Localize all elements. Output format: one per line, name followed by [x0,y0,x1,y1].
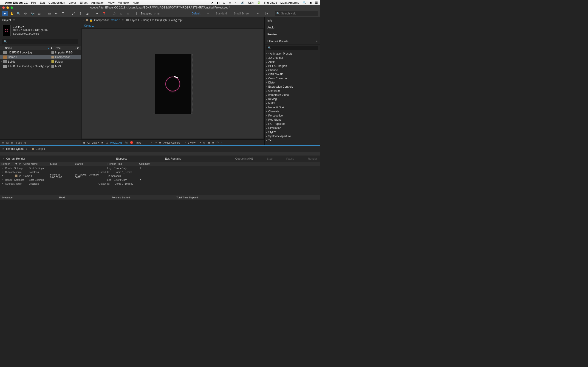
expand-icon[interactable]: ▸ [0,183,5,185]
effects-category[interactable]: ▸Generate [265,89,320,93]
battery-icon[interactable]: 🔋 [257,1,260,4]
effects-category[interactable]: ▸Stylize [265,130,320,134]
close-icon[interactable]: × [2,147,4,150]
effects-category[interactable]: ▸Channel [265,68,320,72]
camera-tool[interactable]: 📷 [29,11,35,16]
app-icon[interactable]: ◧ [217,1,220,4]
bpc-button[interactable]: 8 bpc [16,141,22,144]
menu-view[interactable]: View [108,1,115,4]
view-opt-2-icon[interactable]: ▦ [208,141,210,144]
close-window-button[interactable] [2,6,5,9]
comp-name[interactable]: Comp 1 ▾ [13,25,48,28]
effects-category[interactable]: ▸Blur & Sharpen [265,64,320,68]
col-type[interactable]: Type [55,47,76,49]
effects-category[interactable]: ▸Red Giant [265,118,320,122]
clock-icon[interactable]: ⊙ [223,1,225,4]
shape-tool-b[interactable]: ◇ [118,11,124,16]
effects-category[interactable]: ▸Immersive Video [265,93,320,97]
camera-dropdown[interactable]: Active Camera▾ [164,141,186,144]
location-icon[interactable]: ➤ [211,1,214,4]
effects-presets-panel[interactable]: Effects & Presets ≡ [265,38,320,45]
snap-opt-icon[interactable]: ⤢ [154,12,156,15]
rectangle-tool[interactable]: ▭ [46,11,52,16]
effects-search-input[interactable]: 🔍 [267,46,318,50]
brush-tool[interactable]: 🖌 [70,11,76,16]
output-module-link[interactable]: Lossless [29,171,39,173]
expand-icon[interactable]: ▾ [0,175,5,177]
roi-icon[interactable]: ▭ [155,141,157,144]
airplay-icon[interactable]: ▭ [229,1,231,4]
snap-grid-icon[interactable]: ⊞ [157,12,160,15]
effects-category[interactable]: ▸Perspective [265,114,320,118]
workspace-menu-icon[interactable]: ≡ [207,12,209,15]
view-opt-3-icon[interactable]: ⊞ [212,141,214,144]
views-dropdown[interactable]: 1 View▾ [188,141,201,144]
battery-text[interactable]: 72% [248,1,254,4]
menu-composition[interactable]: Composition [48,1,65,4]
output-file-link[interactable]: Comp 1_9.mov [115,171,132,173]
close-icon[interactable]: × [83,19,84,22]
grid-icon[interactable]: ⊞ [101,141,103,144]
project-item[interactable]: ▸SolidsFolder [0,59,81,64]
channel-icon[interactable]: 🔴 [130,141,133,144]
selection-tool[interactable]: ➤ [2,11,8,16]
rq-item[interactable]: ▾ 2 Comp 1 Failed at 0:00:00:00 14/12/20… [0,174,320,178]
volume-icon[interactable]: 🔊 [241,1,244,4]
effects-category[interactable]: ▸Color Correction [265,76,320,81]
project-item[interactable]: T.I.- B...Em Out (High Quality).mp3MP3 [0,64,81,69]
menu-help[interactable]: Help [132,1,139,4]
view-opt-4-icon[interactable]: ⟳ [216,141,219,144]
timeline-tab[interactable]: Comp 1 [32,147,45,150]
effects-category[interactable]: ▸Obsolete [265,109,320,114]
orbit-tool[interactable]: ⟳ [23,11,28,16]
effects-category[interactable]: ▸Expression Controls [265,85,320,89]
effects-category[interactable]: ▸Audio [265,60,320,64]
menu-edit[interactable]: Edit [40,1,45,4]
output-file-link[interactable]: Comp 1_10.mov [115,182,133,185]
effects-category[interactable]: ▸Simulation [265,126,320,130]
composition-canvas[interactable] [155,54,191,114]
trash-icon[interactable]: 🗑 [24,141,27,144]
snapping-checkbox[interactable] [137,12,139,15]
lock-icon[interactable]: 🔒 [89,19,93,22]
output-module-link[interactable]: Lossless [29,182,39,185]
zoom-dropdown[interactable]: 25%▾ [92,141,99,144]
guides-icon[interactable]: ◫ [106,141,108,144]
siri-icon[interactable]: ◉ [309,1,312,4]
clock-text[interactable]: Thu 08:03 [264,1,277,4]
toggle-alpha-icon[interactable]: ▦ [83,141,85,144]
zoom-tool[interactable]: 🔍 [16,11,22,16]
col-size[interactable]: Siz [76,47,81,49]
expand-current-icon[interactable]: ▸ [3,158,4,160]
info-panel[interactable]: Info [265,17,320,24]
expand-icon[interactable]: ▸ [0,171,5,173]
menu-layer[interactable]: Layer [69,1,76,4]
preview-panel[interactable]: Preview [265,31,320,38]
queue-ame-button[interactable]: Queue in AME [235,157,253,160]
grid-toggle-icon[interactable]: ⊞ [159,141,161,144]
effects-category[interactable]: ▸RG Trapcode [265,122,320,126]
effects-category[interactable]: ▸Distort [265,81,320,85]
workspace-sync-icon[interactable]: ⊞ [266,12,269,15]
interpret-icon[interactable]: ⊞ [2,141,4,144]
effects-category[interactable]: ▸CINEMA 4D [265,72,320,76]
tab-menu-icon[interactable]: ≡ [26,147,27,150]
menu-file[interactable]: File [31,1,36,4]
roto-tool[interactable]: ✦ [94,11,100,16]
spotlight-icon[interactable]: 🔍 [303,1,306,4]
workspace-small[interactable]: Small Screen [234,12,250,15]
render-queue-tab[interactable]: × Render Queue ≡ [2,147,27,150]
audio-panel[interactable]: Audio [265,24,320,31]
workspace-default[interactable]: Default [191,12,200,15]
pause-button[interactable]: Pause [286,157,294,160]
puppet-tool[interactable]: 📍 [101,11,107,16]
panel-menu-icon[interactable]: ≡ [316,40,317,43]
effects-category[interactable]: ▸Matte [265,101,320,105]
menu-animation[interactable]: Animation [91,1,104,4]
panel-menu-icon[interactable]: ≡ [13,19,15,22]
resolution-dropdown[interactable]: Third▾ [136,141,152,144]
snapshot-icon[interactable]: 📷 [124,141,128,144]
view-opt-1-icon[interactable]: ⊡ [203,141,205,144]
shape-tool-c[interactable]: ▱ [125,11,131,16]
toggle-transparent-icon[interactable]: 🖵 [87,141,90,144]
